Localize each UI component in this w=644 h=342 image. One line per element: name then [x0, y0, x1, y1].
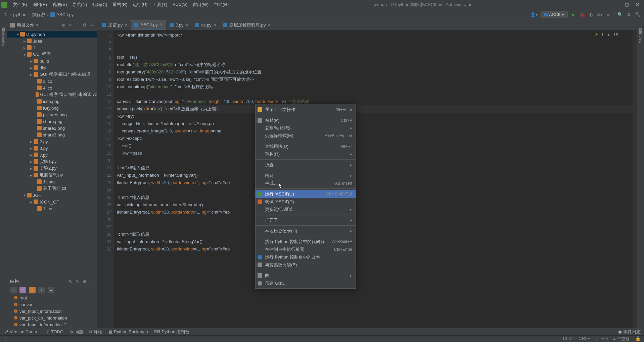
context-menu-item[interactable]: 显示上下文操作Alt+Enter: [256, 106, 356, 113]
project-tool-button[interactable]: 项目: [1, 23, 6, 26]
structure-item[interactable]: vroot: [7, 294, 97, 301]
tree-item[interactable]: share3.png: [7, 131, 97, 138]
context-menu-item[interactable]: 与剪贴板比较(B): [256, 261, 356, 269]
context-menu-item[interactable]: 重构(R)▸: [256, 150, 356, 158]
tree-item[interactable]: ▸dist: [7, 64, 97, 71]
tree-arrow-icon[interactable]: ▸: [30, 166, 34, 171]
tree-item[interactable]: ▸实验2.py: [7, 165, 97, 172]
hide-icon[interactable]: —: [90, 22, 94, 27]
stop-icon[interactable]: ■: [605, 12, 611, 18]
tree-item[interactable]: ▾GUI 程序: [7, 51, 97, 58]
tree-arrow-icon[interactable]: ▸: [30, 173, 34, 178]
context-menu-item[interactable]: 打开于▸: [256, 216, 356, 224]
menu-item[interactable]: 编辑(E): [30, 2, 50, 8]
tool-window-button[interactable]: ▦ Python Packages: [108, 329, 148, 335]
tree-arrow-icon[interactable]: ▾: [17, 32, 20, 37]
tree-item[interactable]: ▸2.py: [7, 138, 97, 145]
file-encoding[interactable]: UTF-8: [595, 336, 608, 342]
run-icon[interactable]: ▶: [570, 12, 577, 18]
project-tree[interactable]: ▾D:\python▸.idea▸1▾GUI 程序▸build▸dist▸GUI…: [7, 30, 97, 277]
close-tab-icon[interactable]: ✕: [125, 23, 128, 27]
run-configuration-selector[interactable]: ASCII ▾: [541, 11, 568, 18]
tree-item[interactable]: pictures.png: [7, 111, 97, 118]
tool-window-button[interactable]: ⌨ Python 控制台: [154, 329, 189, 335]
close-icon[interactable]: ✕: [636, 2, 639, 7]
context-menu-item[interactable]: 列选择模式(M)Alt+Shift+Insert: [256, 132, 356, 139]
breadcrumb[interactable]: 加解密: [32, 12, 47, 18]
editor-tab[interactable]: ASCII.py✕: [131, 20, 166, 30]
editor-context-menu[interactable]: 显示上下文操作Alt+Enter粘贴(P)Ctrl+V复制/粘贴特殊▸列选择模式…: [255, 104, 356, 289]
context-menu-item[interactable]: 执行 Python 控制台中的代码行Alt+Shift+E: [256, 238, 356, 245]
tree-arrow-icon[interactable]: ▸: [30, 159, 34, 164]
structure-item[interactable]: vvar_pick_up_information: [7, 315, 97, 321]
chevron-down-icon[interactable]: ▾: [36, 22, 39, 27]
coverage-icon[interactable]: ◐: [588, 12, 594, 18]
tree-arrow-icon[interactable]: ▸: [30, 59, 34, 64]
settings-icon[interactable]: ⚙: [626, 12, 632, 18]
close-tab-icon[interactable]: ✕: [214, 23, 217, 27]
context-menu-item[interactable]: 本地历史记录(H)▸: [256, 227, 356, 235]
gear-icon[interactable]: ⚙: [83, 279, 87, 284]
tree-item[interactable]: J.spec: [7, 178, 97, 185]
menu-item[interactable]: 工具(T): [150, 2, 170, 8]
context-menu-item[interactable]: 创建 Gist…: [256, 279, 356, 287]
menu-item[interactable]: 导航(N): [70, 2, 90, 8]
filter-inherited-icon[interactable]: I: [29, 287, 36, 293]
context-menu-item[interactable]: 图▸: [256, 272, 356, 279]
menu-item[interactable]: 运行(U): [130, 2, 150, 8]
gear-icon[interactable]: ⚙: [83, 22, 87, 27]
editor-tab[interactable]: 双层加解密程序.py✕: [220, 20, 274, 30]
structure-item[interactable]: vcanvas: [7, 301, 97, 308]
locate-icon[interactable]: ⊕: [62, 22, 65, 27]
tree-arrow-icon[interactable]: ▾: [24, 193, 27, 198]
filter-fields-icon[interactable]: f: [19, 287, 26, 293]
tool-window-button[interactable]: ☑ TODO: [46, 329, 63, 335]
sciview-tool-button[interactable]: SciView: [639, 29, 643, 45]
tree-item[interactable]: Key.png: [7, 105, 97, 111]
tree-arrow-icon[interactable]: ▸: [24, 39, 27, 44]
context-menu-item[interactable]: 调试 'ASCII'(D): [256, 198, 356, 206]
context-menu-item[interactable]: 运行 'ASCII'(U)Ctrl+Shift+F10: [256, 190, 356, 198]
tree-item[interactable]: icon.png: [7, 98, 97, 105]
tree-arrow-icon[interactable]: ▸: [30, 65, 34, 70]
profile-icon[interactable]: ⊙▾: [597, 12, 603, 18]
tree-item[interactable]: ▸.idea: [7, 38, 97, 44]
tool-window-button[interactable]: ⎇ Version Control: [3, 329, 40, 335]
code-content[interactable]: "kw">from tkinter.ttk "kw">import * root…: [114, 30, 637, 328]
tree-arrow-icon[interactable]: ▸: [30, 153, 34, 158]
menu-item[interactable]: 窗口(W): [190, 2, 211, 8]
tree-arrow-icon[interactable]: ▸: [30, 72, 34, 77]
editor-tab[interactable]: J.py✕: [166, 20, 192, 30]
tree-arrow-icon[interactable]: ▸: [30, 139, 34, 144]
collapse-icon[interactable]: ⇲: [76, 279, 79, 284]
database-tool-button[interactable]: 数据库: [638, 26, 643, 29]
menu-item[interactable]: 视图(V): [50, 2, 70, 8]
tree-item[interactable]: share.png: [7, 118, 97, 125]
tree-item[interactable]: ▾D:\python: [7, 31, 97, 38]
tree-item[interactable]: share2.png: [7, 125, 97, 131]
tree-item[interactable]: 1.ico: [7, 205, 97, 212]
tree-item[interactable]: ▸3.py: [7, 145, 97, 152]
hammer-icon[interactable]: 🔨: [635, 12, 641, 18]
close-tab-icon[interactable]: ✕: [185, 23, 188, 27]
context-menu-item[interactable]: 粘贴(P)Ctrl+V: [256, 116, 356, 124]
tree-item[interactable]: 3.ico: [7, 78, 97, 84]
context-menu-item[interactable]: 折叠▸: [256, 161, 356, 169]
editor-gutter[interactable]: 3456789101112131415161718192021222324252…: [97, 30, 114, 328]
tree-item[interactable]: ▸实验1.py: [7, 158, 97, 165]
tree-item[interactable]: ▸build: [7, 58, 97, 64]
menu-item[interactable]: VCS(S): [170, 2, 190, 8]
project-view-title[interactable]: 项目文件: [17, 22, 34, 28]
user-icon[interactable]: 👤▾: [530, 12, 538, 17]
debug-icon[interactable]: 🐞: [579, 12, 585, 18]
tree-item[interactable]: 4.ico: [7, 84, 97, 91]
tool-window-button[interactable]: ⧉ 终端: [89, 329, 102, 335]
filter-lambda-icon[interactable]: λ: [38, 287, 45, 293]
expand-all-icon[interactable]: ≡: [69, 22, 72, 27]
breadcrumb[interactable]: python: [13, 12, 28, 17]
structure-item[interactable]: vvar_Input_information: [7, 308, 97, 315]
inspections-widget[interactable]: ⚠1 ▲15 ˆ ˇ: [595, 32, 627, 37]
tree-arrow-icon[interactable]: ▸: [30, 199, 34, 205]
indent-info[interactable]: 4 个空格: [613, 336, 630, 342]
context-menu-item[interactable]: 复制/粘贴特殊▸: [256, 124, 356, 132]
